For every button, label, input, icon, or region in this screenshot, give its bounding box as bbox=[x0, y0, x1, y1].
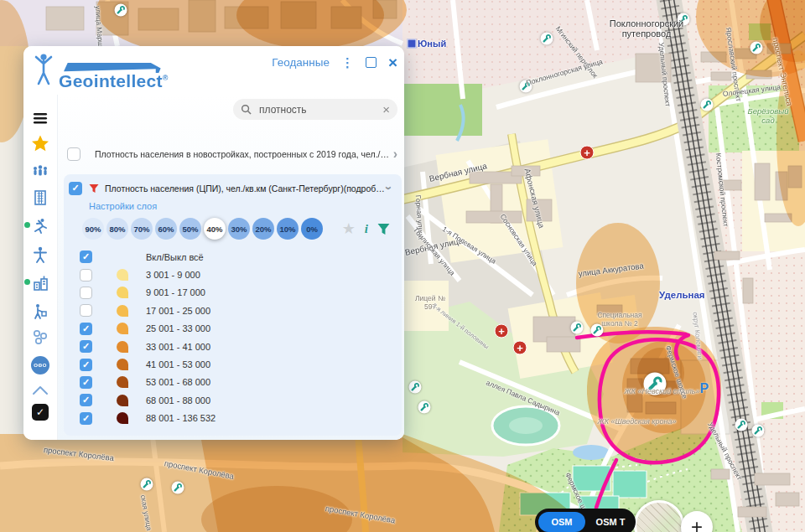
legend-color-swatch bbox=[117, 269, 128, 281]
basemap-switcher: OSM OSM T bbox=[535, 509, 636, 532]
opacity-option-80%[interactable]: 80% bbox=[106, 218, 128, 240]
menu-icon[interactable] bbox=[31, 109, 49, 127]
notification-dot bbox=[24, 222, 30, 228]
layer-settings-link[interactable]: Настройки слоя bbox=[89, 201, 395, 211]
opacity-option-90%[interactable]: 90% bbox=[82, 218, 104, 240]
active-layer-block: Плотность населения (ЦПИ), чел./кв.км (С… bbox=[64, 174, 402, 436]
home-icon[interactable] bbox=[31, 381, 49, 400]
pedestrian-cart-icon[interactable] bbox=[31, 302, 49, 321]
opacity-option-40%[interactable]: 40% bbox=[204, 218, 226, 240]
legend-color-swatch bbox=[117, 287, 128, 298]
layer-label: Плотность населения в новостройках, пост… bbox=[95, 149, 390, 159]
maximize-icon[interactable] bbox=[366, 57, 377, 68]
app-window: +++P Поклонногорский путепроводЮныйВербн… bbox=[0, 0, 805, 532]
search-box[interactable]: × bbox=[233, 99, 397, 120]
filter-green-icon[interactable] bbox=[377, 223, 390, 235]
runner-icon[interactable] bbox=[31, 217, 49, 235]
legend-item-row[interactable]: 9 001 - 17 000 bbox=[69, 284, 395, 302]
panel-header: Geointellect® Геоданные ⋮ × bbox=[23, 46, 404, 95]
legend-item-row[interactable]: 33 001 - 41 000 bbox=[69, 338, 395, 355]
legend-color-swatch bbox=[117, 395, 128, 406]
legend-item-row[interactable]: 41 001 - 53 000 bbox=[69, 355, 395, 373]
search-input[interactable] bbox=[257, 103, 382, 116]
opacity-option-10%[interactable]: 10% bbox=[277, 218, 299, 240]
panel-content: × Плотность населения в новостройках, по… bbox=[58, 95, 404, 440]
legend-range-label: 41 001 - 53 000 bbox=[146, 359, 210, 369]
legend-range-label: 25 001 - 33 000 bbox=[146, 323, 210, 333]
crowd-icon[interactable] bbox=[31, 162, 49, 180]
basemap-osm-button[interactable]: OSM bbox=[538, 512, 585, 532]
legend-item-checkbox[interactable] bbox=[80, 359, 92, 371]
legend-range-label: 3 001 - 9 000 bbox=[146, 270, 200, 280]
layers-check-icon[interactable]: ✓ bbox=[31, 403, 49, 421]
opacity-option-30%[interactable]: 30% bbox=[228, 218, 250, 240]
legend-color-swatch bbox=[117, 305, 128, 317]
legend-item-checkbox[interactable] bbox=[80, 412, 92, 425]
panel-title: Геоданные bbox=[272, 56, 330, 69]
active-layer-title: Плотность населения (ЦПИ), чел./кв.км (С… bbox=[105, 183, 387, 194]
legend-item-row[interactable]: 3 001 - 9 000 bbox=[69, 266, 395, 283]
legend-color-swatch bbox=[117, 359, 128, 370]
layer-checkbox[interactable] bbox=[69, 182, 82, 195]
search-icon bbox=[241, 104, 252, 115]
legend-color-swatch bbox=[117, 323, 128, 334]
legend-item-row[interactable]: 68 001 - 88 000 bbox=[69, 391, 395, 409]
logo-wordmark: Geointellect® bbox=[59, 72, 169, 90]
legend-item-row[interactable]: 88 001 - 136 532 bbox=[69, 410, 395, 427]
favorites-star-icon[interactable] bbox=[31, 134, 49, 152]
cluster-icon[interactable] bbox=[31, 328, 49, 347]
opacity-row: 90%80%70%60%50%40%30%20%10%0% ★ i bbox=[82, 218, 395, 240]
opacity-option-0%[interactable]: 0% bbox=[301, 218, 323, 240]
chevron-down-icon[interactable]: › bbox=[382, 186, 397, 190]
legend: Вкл/Выкл всё 3 001 - 9 0009 001 - 17 000… bbox=[69, 248, 395, 427]
legend-color-swatch bbox=[117, 376, 128, 388]
tool-rail: ОФО ✓ bbox=[23, 95, 58, 440]
legend-item-row[interactable]: 25 001 - 33 000 bbox=[69, 320, 395, 338]
geodata-panel: Geointellect® Геоданные ⋮ × bbox=[23, 46, 404, 440]
legend-range-label: 88 001 - 136 532 bbox=[146, 413, 216, 423]
legend-item-checkbox[interactable] bbox=[80, 376, 92, 389]
legend-range-label: 53 001 - 68 000 bbox=[146, 377, 210, 387]
legend-color-swatch bbox=[117, 412, 128, 424]
layer-row-newbuildings[interactable]: Плотность населения в новостройках, пост… bbox=[67, 145, 397, 163]
legend-item-checkbox[interactable] bbox=[80, 323, 92, 335]
legend-item-row[interactable]: 53 001 - 68 000 bbox=[69, 374, 395, 391]
legend-item-checkbox[interactable] bbox=[80, 287, 92, 299]
person-icon[interactable] bbox=[31, 245, 49, 264]
chevron-right-icon[interactable]: › bbox=[393, 147, 397, 162]
opacity-option-50%[interactable]: 50% bbox=[179, 218, 201, 240]
layer-checkbox[interactable] bbox=[67, 147, 80, 161]
filter-red-icon bbox=[89, 183, 99, 194]
legend-item-checkbox[interactable] bbox=[80, 394, 92, 406]
building-icon[interactable] bbox=[31, 189, 49, 207]
favorite-star-icon[interactable]: ★ bbox=[342, 221, 356, 236]
toggle-all-label: Вкл/Выкл всё bbox=[146, 252, 204, 262]
legend-range-label: 33 001 - 41 000 bbox=[146, 342, 210, 352]
legend-item-checkbox[interactable] bbox=[80, 304, 92, 317]
opacity-option-20%[interactable]: 20% bbox=[252, 218, 274, 240]
more-menu-icon[interactable]: ⋮ bbox=[341, 56, 354, 69]
legend-range-label: 9 001 - 17 000 bbox=[146, 287, 205, 297]
toggle-all-checkbox[interactable] bbox=[80, 251, 92, 263]
legend-color-swatch bbox=[117, 341, 128, 353]
info-icon[interactable]: i bbox=[365, 222, 368, 236]
close-icon[interactable]: × bbox=[388, 54, 397, 70]
notification-dot bbox=[24, 279, 30, 285]
legend-range-label: 68 001 - 88 000 bbox=[146, 395, 210, 405]
legend-item-checkbox[interactable] bbox=[80, 340, 92, 353]
geointellect-logo: Geointellect® bbox=[34, 53, 169, 90]
city-icon[interactable] bbox=[31, 274, 49, 292]
legend-toggle-all-row[interactable]: Вкл/Выкл всё bbox=[69, 248, 395, 266]
logo-person-icon bbox=[34, 53, 55, 90]
opacity-option-70%[interactable]: 70% bbox=[131, 218, 153, 240]
legend-item-checkbox[interactable] bbox=[80, 269, 92, 281]
legend-item-row[interactable]: 17 001 - 25 000 bbox=[69, 302, 395, 319]
search-clear-icon[interactable]: × bbox=[382, 103, 390, 116]
ofo-badge-icon[interactable]: ОФО bbox=[31, 356, 49, 374]
legend-range-label: 17 001 - 25 000 bbox=[146, 306, 210, 316]
opacity-option-60%[interactable]: 60% bbox=[155, 218, 177, 240]
basemap-osmt-button[interactable]: OSM T bbox=[585, 517, 636, 527]
